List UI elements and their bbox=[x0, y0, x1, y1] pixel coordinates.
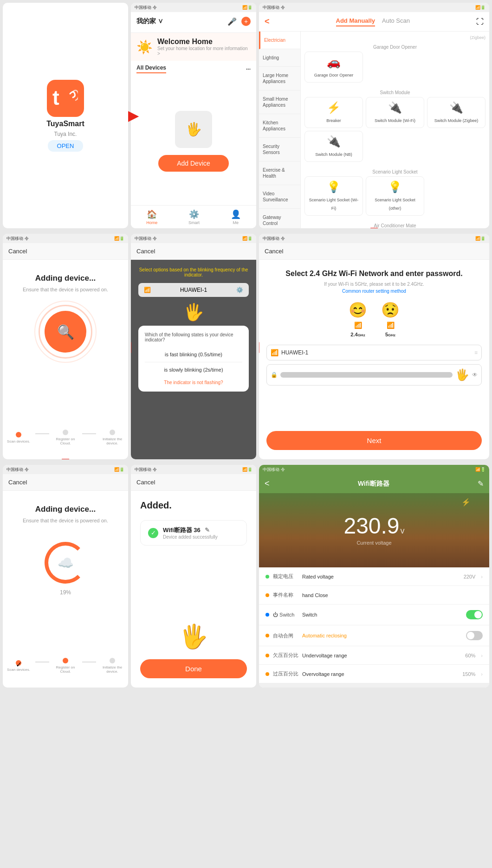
back-icon[interactable]: < bbox=[265, 17, 270, 26]
status-bar-8: 中国移动 令 📶🔋 bbox=[259, 465, 489, 474]
edit-icon[interactable]: ✎ bbox=[205, 527, 210, 534]
en-reclosing: Automatic reclosing bbox=[302, 633, 462, 638]
switch-wifi-icon: 🔌 bbox=[368, 101, 422, 114]
blink-fast-option[interactable]: is fast blinking (0.5s/time) bbox=[145, 347, 242, 362]
next-button[interactable]: Next bbox=[266, 431, 482, 450]
more-icon[interactable]: ··· bbox=[246, 66, 251, 72]
added-check-icon: ✓ bbox=[148, 528, 158, 538]
add-manually-screen: 中国移动 令 📶🔋 < Add Manually Auto Scan ⛶ Ele… bbox=[259, 3, 489, 228]
wifi-link[interactable]: Common router setting method bbox=[266, 289, 482, 294]
category-exercise[interactable]: Exercise & Health bbox=[259, 161, 300, 185]
step-label-init-2: Initialize the device. bbox=[100, 665, 125, 674]
en-switch: Switch bbox=[302, 612, 462, 617]
arrow-overvoltage[interactable]: › bbox=[481, 671, 483, 677]
category-kitchen[interactable]: Kitchen Appliances bbox=[259, 114, 300, 138]
category-lighting[interactable]: Lighting bbox=[259, 49, 300, 67]
svg-text:t: t bbox=[52, 86, 59, 109]
open-button[interactable]: OPEN bbox=[48, 140, 84, 152]
category-video[interactable]: Video Surveillance bbox=[259, 185, 300, 209]
en-event: hand Close bbox=[302, 592, 483, 598]
control-row-undervoltage: 欠压百分比 Undervoltage range 60% › bbox=[259, 646, 489, 665]
control-back-icon[interactable]: < bbox=[265, 479, 270, 489]
not-flashing-link[interactable]: The indicator is not flashing? bbox=[145, 377, 242, 385]
category-small-appliances[interactable]: Small Home Appliances bbox=[259, 90, 300, 114]
network-row: 📶 HUAWEI-1 ⚙️ bbox=[138, 283, 249, 297]
search-icon: 🔍 bbox=[57, 324, 74, 340]
app-icon-cell: t TuyaSmart Tuya Inc. OPEN ▶ bbox=[3, 3, 128, 228]
wifi-5-option[interactable]: 😟 📶 5GHz bbox=[381, 301, 400, 337]
blink-slow-option[interactable]: is slowly blinking (2s/time) bbox=[145, 362, 242, 377]
home-selector[interactable]: 我的家 ∨ bbox=[136, 17, 163, 26]
arrow-rated[interactable]: › bbox=[481, 574, 483, 579]
category-electrician[interactable]: Electrician bbox=[259, 32, 300, 49]
switch-nb-label: Switch Module (NB) bbox=[315, 152, 352, 157]
charging-icon: ⚡ bbox=[461, 498, 471, 507]
device-breaker[interactable]: ⚡ Breaker bbox=[304, 97, 363, 128]
cancel-label-4[interactable]: Cancel bbox=[8, 479, 27, 486]
done-button[interactable]: Done bbox=[140, 659, 247, 678]
wifi-content: Select 2.4 GHz Wi-Fi Network and enter p… bbox=[259, 260, 489, 459]
switch-toggle[interactable] bbox=[466, 610, 483, 619]
wifi-icon-bg: 📶 bbox=[144, 287, 151, 293]
step-init-2: Initialize the device. bbox=[100, 658, 125, 674]
status-bar-5: 中国移动 令 📶🔋 bbox=[259, 234, 489, 243]
step-label-init: Initialize the device. bbox=[100, 437, 125, 445]
cancel-label-3[interactable]: Cancel bbox=[265, 248, 283, 255]
device-switch-wifi[interactable]: 🔌 Switch Module (Wi-Fi) bbox=[366, 97, 424, 128]
cn-reclosing: 自动合闸 bbox=[273, 632, 298, 639]
nav-home[interactable]: 🏠 Home bbox=[146, 209, 157, 225]
nav-me[interactable]: 👤 Me bbox=[231, 209, 241, 225]
welcome-banner: ☀️ Welcome Home Set your home location f… bbox=[131, 33, 256, 61]
network-settings-bg: ⚙️ bbox=[236, 287, 243, 293]
step-label-register: Register on Cloud. bbox=[53, 437, 78, 445]
device-light-other[interactable]: 💡 Scenario Light Socket (other) bbox=[366, 176, 424, 216]
eye-icon[interactable]: 👁 bbox=[472, 372, 478, 378]
en-undervoltage: Undervoltage range bbox=[302, 653, 461, 658]
step-register: Register on Cloud. bbox=[53, 430, 78, 445]
step-label-scan-2: Scan devices. bbox=[6, 668, 32, 672]
cancel-label-2[interactable]: Cancel bbox=[136, 248, 155, 255]
wifi-24-option[interactable]: 😊 📶 2.4GHz bbox=[349, 301, 367, 337]
cloud-circle: ☁️ bbox=[45, 542, 86, 584]
control-edit-icon[interactable]: ✎ bbox=[478, 479, 484, 488]
adding-content: Adding device... Ensure that the device … bbox=[3, 260, 128, 459]
category-large-appliances[interactable]: Large Home Appliances bbox=[259, 67, 300, 90]
nav-smart[interactable]: ⚙️ Smart bbox=[188, 209, 200, 225]
switch-nb-icon: 🔌 bbox=[307, 135, 361, 148]
reclosing-toggle[interactable] bbox=[466, 631, 483, 640]
tabs: Add Manually Auto Scan bbox=[336, 17, 410, 26]
value-undervoltage: 60% bbox=[465, 653, 475, 658]
category-gateway[interactable]: Gateway Control bbox=[259, 209, 300, 228]
step-label-scan: Scan devices. bbox=[6, 439, 32, 444]
cn-event: 事件名称 bbox=[273, 592, 298, 598]
password-field[interactable] bbox=[280, 372, 453, 378]
blinking-screen: 中国移动 令 📶🔋 Cancel Select options based on… bbox=[131, 234, 256, 459]
hand-icon: 🖐️ bbox=[183, 302, 204, 322]
section-ac: Air Conditioner Mate bbox=[304, 220, 486, 228]
wifi-options: 😊 📶 2.4GHz 😟 📶 5GHz bbox=[266, 301, 482, 337]
expand-icon[interactable]: ⛶ bbox=[476, 18, 484, 26]
status-bar-4: 中国移动 令 📶🔋 bbox=[131, 234, 256, 243]
device-garage-opener[interactable]: 🚗 Garage Door Opener bbox=[304, 51, 363, 83]
cancel-header-2: Cancel bbox=[131, 243, 256, 260]
add-icon[interactable]: + bbox=[241, 17, 251, 26]
device-switch-zigbee[interactable]: 🔌 Switch Module (Zigbee) bbox=[427, 97, 486, 128]
tab-manual[interactable]: Add Manually bbox=[336, 17, 375, 26]
add-device-button[interactable]: Add Device bbox=[158, 155, 229, 172]
device-grid-area: (Zigbee) Garage Door Opener 🚗 Garage Doo… bbox=[301, 32, 489, 228]
cancel-label-5[interactable]: Cancel bbox=[136, 479, 155, 486]
all-devices-header: All Devices ··· bbox=[131, 61, 256, 77]
value-rated: 220V bbox=[464, 574, 476, 579]
tab-auto[interactable]: Auto Scan bbox=[382, 17, 410, 26]
cancel-label-1[interactable]: Cancel bbox=[8, 248, 27, 255]
status-bar-7: 中国移动 令 📶🔋 bbox=[131, 465, 256, 474]
category-security[interactable]: Security Sensors bbox=[259, 138, 300, 161]
step-label-register-2: Register on Cloud. bbox=[53, 665, 78, 674]
status-bar-2: 中国移动 令 📶🔋 bbox=[259, 3, 489, 12]
hand-emoji-done: 🖐️ bbox=[179, 623, 208, 650]
mic-icon[interactable]: 🎤 bbox=[227, 17, 237, 26]
arrow-undervoltage[interactable]: › bbox=[481, 653, 483, 658]
device-light-wifi[interactable]: 💡 Scenario Light Socket (Wi-Fi) bbox=[304, 176, 363, 216]
light-other-label: Scenario Light Socket (other) bbox=[375, 198, 415, 211]
device-switch-nb[interactable]: 🔌 Switch Module (NB) bbox=[304, 131, 363, 162]
